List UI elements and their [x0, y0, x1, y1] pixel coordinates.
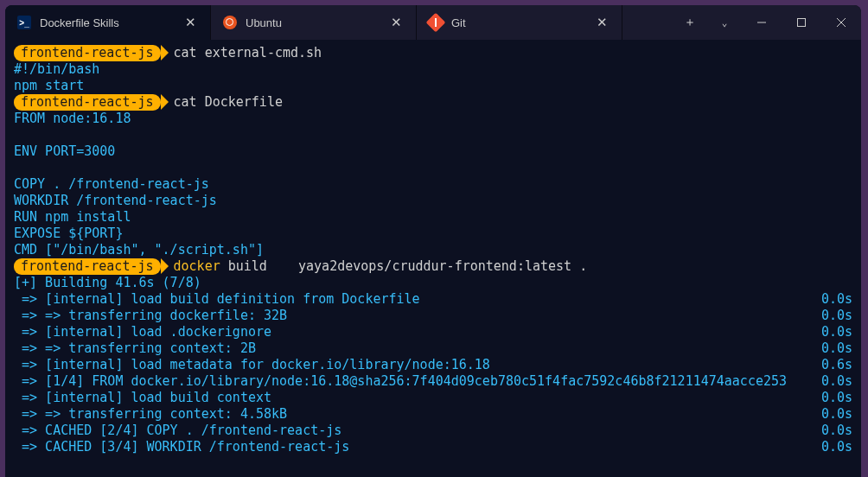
- terminal-line: => [internal] load metadata for docker.i…: [14, 357, 852, 373]
- terminal-line: frontend-react-jscat Dockerfile: [14, 94, 852, 111]
- ubuntu-icon: [223, 16, 237, 29]
- tab-dockerfile-skills[interactable]: >_ Dockerfile Skills ✕: [5, 5, 211, 40]
- close-icon[interactable]: ✕: [595, 15, 610, 30]
- terminal-line: [14, 160, 852, 176]
- tab-dropdown-button[interactable]: ⌄: [707, 5, 742, 40]
- tab-ubuntu[interactable]: Ubuntu ✕: [211, 5, 417, 40]
- terminal-line: => [internal] load .dockerignore0.0s: [14, 324, 852, 340]
- tab-git[interactable]: Git ✕: [417, 5, 622, 40]
- svg-rect-1: [798, 19, 806, 27]
- terminal-line: npm start: [14, 78, 852, 94]
- build-output: => [internal] load build definition from…: [14, 291, 852, 455]
- terminal-line: => [1/4] FROM docker.io/library/node:16.…: [14, 373, 852, 390]
- tab-controls: ＋ ⌄: [673, 5, 742, 40]
- terminal-line: FROM node:16.18: [14, 111, 852, 127]
- close-icon[interactable]: ✕: [183, 15, 198, 30]
- terminal-line: EXPOSE ${PORT}: [14, 226, 852, 242]
- terminal-line: => => transferring context: 4.58kB0.0s: [14, 406, 852, 423]
- terminal-line: frontend-react-jscat external-cmd.sh: [14, 45, 852, 61]
- prompt-badge: frontend-react-js: [14, 45, 161, 61]
- tab-label: Dockerfile Skills: [40, 16, 175, 29]
- terminal-line: #!/bin/bash: [14, 61, 852, 78]
- titlebar: >_ Dockerfile Skills ✕ Ubuntu ✕ Git ✕ ＋ …: [5, 5, 861, 40]
- terminal-line: RUN npm install: [14, 209, 852, 226]
- git-icon: [429, 16, 443, 29]
- powershell-icon: >_: [17, 16, 31, 29]
- close-window-button[interactable]: [821, 5, 861, 40]
- tab-label: Git: [451, 16, 586, 29]
- terminal-line: CMD ["/bin/bash", "./script.sh"]: [14, 242, 852, 258]
- terminal-window: >_ Dockerfile Skills ✕ Ubuntu ✕ Git ✕ ＋ …: [5, 5, 861, 477]
- tab-label: Ubuntu: [246, 16, 380, 29]
- terminal-line: COPY . /frontend-react-js: [14, 176, 852, 193]
- maximize-button[interactable]: [782, 5, 821, 40]
- terminal-line: WORKDIR /frontend-react-js: [14, 193, 852, 209]
- prompt-badge: frontend-react-js: [14, 94, 161, 111]
- terminal-output[interactable]: frontend-react-jscat external-cmd.sh #!/…: [5, 40, 861, 477]
- terminal-line: => => transferring dockerfile: 32B0.0s: [14, 308, 852, 324]
- terminal-line: => CACHED [2/4] COPY . /frontend-react-j…: [14, 423, 852, 439]
- terminal-line: => CACHED [3/4] WORKDIR /frontend-react-…: [14, 439, 852, 455]
- tab-strip: >_ Dockerfile Skills ✕ Ubuntu ✕ Git ✕: [5, 5, 673, 40]
- terminal-line: frontend-react-jsdocker build yaya2devop…: [14, 258, 852, 275]
- terminal-line: => => transferring context: 2B0.0s: [14, 340, 852, 357]
- minimize-button[interactable]: [742, 5, 782, 40]
- terminal-line: ENV PORT=3000: [14, 143, 852, 160]
- window-controls: [742, 5, 861, 40]
- terminal-line: => [internal] load build definition from…: [14, 291, 852, 308]
- close-icon[interactable]: ✕: [389, 15, 404, 30]
- terminal-line: [+] Building 41.6s (7/8): [14, 275, 852, 291]
- prompt-badge: frontend-react-js: [14, 258, 161, 275]
- new-tab-button[interactable]: ＋: [673, 5, 707, 40]
- terminal-line: [14, 127, 852, 143]
- terminal-line: => [internal] load build context0.0s: [14, 390, 852, 406]
